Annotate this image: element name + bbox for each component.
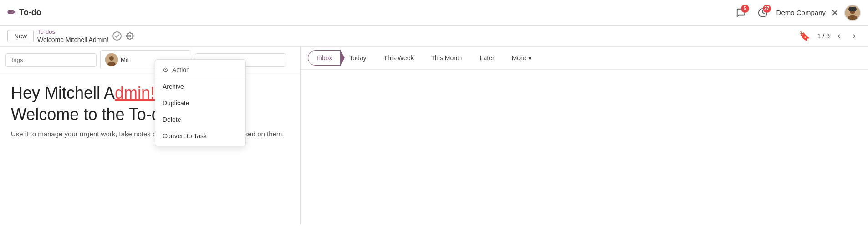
- title-highlight: dmin!: [115, 83, 155, 102]
- app-title: To-do: [19, 8, 41, 17]
- header-right: 5 27 Demo Company ✕: [733, 5, 861, 21]
- title-line1: Hey Mitchell Admin!: [11, 83, 289, 104]
- menu-item-delete[interactable]: Delete: [155, 111, 245, 128]
- tab-later[interactable]: Later: [471, 50, 503, 66]
- main-description: Use it to manage your urgent work, take …: [11, 130, 289, 138]
- pagination-total: 3: [826, 32, 830, 40]
- logo-icon: ✏: [7, 7, 15, 19]
- tab-this-week[interactable]: This Week: [375, 50, 423, 66]
- user-avatar[interactable]: [844, 5, 861, 21]
- sub-header: New To-dos Welcome Mitchell Admin! 🔖 1 /…: [0, 26, 868, 47]
- tab-this-month[interactable]: This Month: [422, 50, 471, 66]
- action-label: Action: [172, 66, 190, 73]
- content-area: Hey Mitchell Admin! Welcome to the To-do…: [0, 73, 300, 224]
- menu-item-archive[interactable]: Archive: [155, 78, 245, 95]
- breadcrumb-area: To-dos Welcome Mitchell Admin!: [37, 28, 108, 43]
- assignee-name: Mit: [121, 57, 128, 63]
- breadcrumb-title: Welcome Mitchell Admin!: [37, 36, 108, 43]
- company-name: Demo Company: [776, 9, 826, 16]
- app-logo: ✏ To-do: [7, 7, 41, 19]
- gear-icon-btn[interactable]: [126, 32, 134, 40]
- app-header: ✏ To-do 5 27 Demo Company ✕: [0, 0, 868, 26]
- activity-badge: 27: [763, 5, 771, 13]
- svg-point-8: [109, 56, 114, 61]
- title-line2: Welcome to the To-do app!: [11, 104, 289, 125]
- svg-point-6: [129, 35, 131, 37]
- activity-icon-btn[interactable]: 27: [755, 5, 771, 21]
- action-gear-icon: ⚙: [163, 66, 168, 73]
- svg-rect-4: [848, 7, 857, 11]
- breadcrumb-link[interactable]: To-dos: [37, 28, 108, 35]
- avatar-image: [845, 5, 860, 21]
- action-dropdown-menu: ⚙ Action Archive Duplicate Delete Conver…: [155, 59, 246, 146]
- gear-icon: [126, 32, 134, 40]
- tags-input[interactable]: [5, 53, 97, 67]
- filter-row: Mit: [0, 47, 300, 73]
- main-area: Mit Hey Mitchell Admin! Welcome to the T…: [0, 47, 868, 224]
- tabs-row: Inbox Today This Week This Month Later M…: [301, 47, 868, 70]
- settings-icon[interactable]: ✕: [831, 7, 839, 18]
- svg-point-5: [113, 32, 121, 40]
- pagination-next[interactable]: ›: [848, 30, 861, 42]
- assignee-avatar: [105, 53, 118, 66]
- messages-icon-btn[interactable]: 5: [733, 5, 749, 21]
- right-panel: Inbox Today This Week This Month Later M…: [301, 47, 868, 224]
- menu-item-convert-to-task[interactable]: Convert to Task: [155, 128, 245, 144]
- mark-done-icon[interactable]: [112, 31, 122, 41]
- tab-today[interactable]: Today: [341, 50, 375, 66]
- main-title: Hey Mitchell Admin! Welcome to the To-do…: [11, 83, 289, 125]
- menu-item-duplicate[interactable]: Duplicate: [155, 95, 245, 111]
- action-menu-header: ⚙ Action: [155, 62, 245, 78]
- pagination-separator: /: [822, 32, 824, 40]
- new-button[interactable]: New: [7, 30, 34, 42]
- pagination: 1 / 3: [817, 32, 830, 40]
- pagination-current: 1: [817, 32, 821, 40]
- tab-more[interactable]: More ▾: [503, 50, 540, 66]
- pagination-prev[interactable]: ‹: [832, 30, 845, 42]
- left-panel: Mit Hey Mitchell Admin! Welcome to the T…: [0, 47, 301, 224]
- tab-inbox[interactable]: Inbox: [308, 50, 341, 66]
- bookmark-icon[interactable]: 🔖: [799, 31, 810, 42]
- sub-header-right: 🔖 1 / 3 ‹ ›: [799, 30, 861, 42]
- messages-badge: 5: [741, 5, 749, 13]
- more-caret-icon: ▾: [528, 54, 531, 62]
